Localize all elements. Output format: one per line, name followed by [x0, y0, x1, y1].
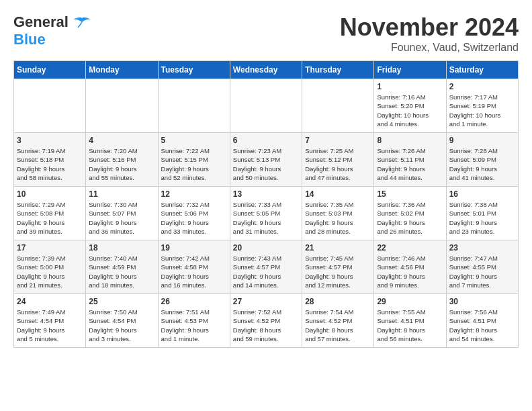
calendar-cell: 5Sunrise: 7:22 AM Sunset: 5:15 PM Daylig…: [158, 133, 230, 187]
day-info: Sunrise: 7:36 AM Sunset: 5:02 PM Dayligh…: [377, 200, 443, 236]
day-number: 15: [377, 189, 443, 199]
day-number: 10: [17, 189, 83, 199]
day-info: Sunrise: 7:42 AM Sunset: 4:58 PM Dayligh…: [161, 254, 227, 289]
day-number: 30: [449, 297, 515, 306]
calendar-cell: 13Sunrise: 7:33 AM Sunset: 5:05 PM Dayli…: [230, 187, 302, 240]
day-info: Sunrise: 7:39 AM Sunset: 5:00 PM Dayligh…: [17, 254, 83, 289]
day-info: Sunrise: 7:29 AM Sunset: 5:08 PM Dayligh…: [17, 200, 83, 236]
day-info: Sunrise: 7:23 AM Sunset: 5:13 PM Dayligh…: [233, 146, 299, 182]
day-number: 22: [377, 243, 443, 253]
day-info: Sunrise: 7:26 AM Sunset: 5:11 PM Dayligh…: [377, 146, 443, 182]
week-row-5: 24Sunrise: 7:49 AM Sunset: 4:54 PM Dayli…: [14, 294, 519, 348]
day-number: 28: [305, 297, 371, 306]
title-area: November 2024 Founex, Vaud, Switzerland: [340, 13, 519, 54]
day-info: Sunrise: 7:38 AM Sunset: 5:01 PM Dayligh…: [449, 200, 515, 236]
day-info: Sunrise: 7:54 AM Sunset: 4:52 PM Dayligh…: [305, 308, 371, 343]
day-info: Sunrise: 7:20 AM Sunset: 5:16 PM Dayligh…: [89, 146, 154, 182]
calendar-cell: 12Sunrise: 7:32 AM Sunset: 5:06 PM Dayli…: [158, 187, 230, 240]
day-info: Sunrise: 7:25 AM Sunset: 5:12 PM Dayligh…: [305, 146, 371, 182]
calendar-cell: [86, 79, 158, 133]
day-number: 9: [449, 136, 515, 145]
day-info: Sunrise: 7:51 AM Sunset: 4:53 PM Dayligh…: [161, 308, 227, 343]
day-number: 4: [89, 136, 154, 145]
calendar-cell: [158, 79, 230, 133]
day-number: 7: [305, 136, 371, 145]
day-info: Sunrise: 7:16 AM Sunset: 5:20 PM Dayligh…: [377, 93, 443, 128]
calendar-cell: 20Sunrise: 7:43 AM Sunset: 4:57 PM Dayli…: [230, 240, 302, 294]
calendar-table: SundayMondayTuesdayWednesdayThursdayFrid…: [13, 60, 519, 348]
day-info: Sunrise: 7:43 AM Sunset: 4:57 PM Dayligh…: [233, 254, 299, 289]
weekday-header-row: SundayMondayTuesdayWednesdayThursdayFrid…: [14, 61, 519, 79]
day-number: 13: [233, 189, 299, 199]
location-title: Founex, Vaud, Switzerland: [340, 42, 519, 54]
day-info: Sunrise: 7:47 AM Sunset: 4:55 PM Dayligh…: [449, 254, 515, 289]
day-number: 14: [305, 189, 371, 199]
day-info: Sunrise: 7:45 AM Sunset: 4:57 PM Dayligh…: [305, 254, 371, 289]
day-info: Sunrise: 7:55 AM Sunset: 4:51 PM Dayligh…: [377, 308, 443, 343]
calendar-cell: 10Sunrise: 7:29 AM Sunset: 5:08 PM Dayli…: [14, 187, 86, 240]
weekday-header-friday: Friday: [374, 61, 446, 79]
calendar-cell: 18Sunrise: 7:40 AM Sunset: 4:59 PM Dayli…: [86, 240, 158, 294]
calendar-cell: 17Sunrise: 7:39 AM Sunset: 5:00 PM Dayli…: [14, 240, 86, 294]
day-number: 3: [17, 136, 83, 145]
day-number: 20: [233, 243, 299, 253]
calendar-cell: [302, 79, 374, 133]
week-row-2: 3Sunrise: 7:19 AM Sunset: 5:18 PM Daylig…: [14, 133, 519, 187]
calendar-cell: 23Sunrise: 7:47 AM Sunset: 4:55 PM Dayli…: [446, 240, 518, 294]
day-number: 23: [449, 243, 515, 253]
day-number: 16: [449, 189, 515, 199]
calendar-cell: [230, 79, 302, 133]
bird-icon: [73, 17, 91, 29]
day-info: Sunrise: 7:30 AM Sunset: 5:07 PM Dayligh…: [89, 200, 154, 236]
header: General Blue November 2024 Founex, Vaud,…: [13, 13, 519, 54]
day-info: Sunrise: 7:52 AM Sunset: 4:52 PM Dayligh…: [233, 308, 299, 343]
day-number: 12: [161, 189, 227, 199]
calendar-cell: 22Sunrise: 7:46 AM Sunset: 4:56 PM Dayli…: [374, 240, 446, 294]
calendar-cell: 27Sunrise: 7:52 AM Sunset: 4:52 PM Dayli…: [230, 294, 302, 348]
weekday-header-monday: Monday: [86, 61, 158, 79]
calendar-cell: 4Sunrise: 7:20 AM Sunset: 5:16 PM Daylig…: [86, 133, 158, 187]
calendar-cell: 2Sunrise: 7:17 AM Sunset: 5:19 PM Daylig…: [446, 79, 518, 133]
day-info: Sunrise: 7:49 AM Sunset: 4:54 PM Dayligh…: [17, 308, 83, 343]
weekday-header-thursday: Thursday: [302, 61, 374, 79]
calendar-cell: 30Sunrise: 7:56 AM Sunset: 4:51 PM Dayli…: [446, 294, 518, 348]
day-info: Sunrise: 7:35 AM Sunset: 5:03 PM Dayligh…: [305, 200, 371, 236]
week-row-3: 10Sunrise: 7:29 AM Sunset: 5:08 PM Dayli…: [14, 187, 519, 240]
day-number: 29: [377, 297, 443, 306]
day-info: Sunrise: 7:32 AM Sunset: 5:06 PM Dayligh…: [161, 200, 227, 236]
day-number: 21: [305, 243, 371, 253]
calendar-cell: [14, 79, 86, 133]
calendar-cell: 16Sunrise: 7:38 AM Sunset: 5:01 PM Dayli…: [446, 187, 518, 240]
calendar-cell: 14Sunrise: 7:35 AM Sunset: 5:03 PM Dayli…: [302, 187, 374, 240]
day-number: 19: [161, 243, 227, 253]
day-info: Sunrise: 7:40 AM Sunset: 4:59 PM Dayligh…: [89, 254, 154, 289]
logo-blue-text: Blue: [13, 31, 46, 48]
calendar-cell: 21Sunrise: 7:45 AM Sunset: 4:57 PM Dayli…: [302, 240, 374, 294]
day-number: 26: [161, 297, 227, 306]
weekday-header-wednesday: Wednesday: [230, 61, 302, 79]
day-number: 1: [377, 82, 443, 91]
calendar-cell: 24Sunrise: 7:49 AM Sunset: 4:54 PM Dayli…: [14, 294, 86, 348]
calendar-cell: 19Sunrise: 7:42 AM Sunset: 4:58 PM Dayli…: [158, 240, 230, 294]
logo: General Blue: [13, 13, 91, 48]
day-number: 17: [17, 243, 83, 253]
day-number: 18: [89, 243, 154, 253]
weekday-header-tuesday: Tuesday: [158, 61, 230, 79]
logo-text: General: [13, 13, 91, 31]
day-number: 27: [233, 297, 299, 306]
calendar-cell: 28Sunrise: 7:54 AM Sunset: 4:52 PM Dayli…: [302, 294, 374, 348]
day-info: Sunrise: 7:17 AM Sunset: 5:19 PM Dayligh…: [449, 93, 515, 128]
weekday-header-saturday: Saturday: [446, 61, 518, 79]
calendar-cell: 11Sunrise: 7:30 AM Sunset: 5:07 PM Dayli…: [86, 187, 158, 240]
day-info: Sunrise: 7:28 AM Sunset: 5:09 PM Dayligh…: [449, 146, 515, 182]
day-number: 6: [233, 136, 299, 145]
month-title: November 2024: [340, 13, 519, 42]
day-info: Sunrise: 7:50 AM Sunset: 4:54 PM Dayligh…: [89, 308, 154, 343]
day-number: 5: [161, 136, 227, 145]
week-row-4: 17Sunrise: 7:39 AM Sunset: 5:00 PM Dayli…: [14, 240, 519, 294]
day-info: Sunrise: 7:19 AM Sunset: 5:18 PM Dayligh…: [17, 146, 83, 182]
day-info: Sunrise: 7:22 AM Sunset: 5:15 PM Dayligh…: [161, 146, 227, 182]
calendar-cell: 6Sunrise: 7:23 AM Sunset: 5:13 PM Daylig…: [230, 133, 302, 187]
day-info: Sunrise: 7:56 AM Sunset: 4:51 PM Dayligh…: [449, 308, 515, 343]
day-number: 25: [89, 297, 154, 306]
